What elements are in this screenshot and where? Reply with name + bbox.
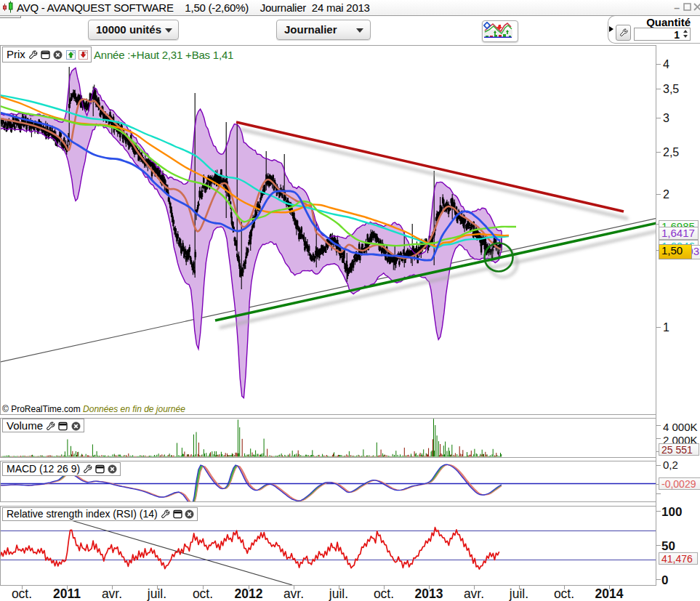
svg-text:avr.: avr. [464,586,484,601]
svg-text:juil.: juil. [329,586,348,601]
svg-text:2013: 2013 [415,586,443,601]
svg-text:juil.: juil. [147,586,166,601]
svg-text:oct.: oct. [554,586,574,601]
svg-text:100: 100 [661,505,682,519]
svg-text:avr.: avr. [102,586,122,601]
svg-text:2011: 2011 [53,586,81,601]
svg-text:4: 4 [663,58,669,70]
svg-text:1: 1 [663,321,669,334]
svg-text:0: 0 [661,573,668,587]
svg-text:2: 2 [663,188,669,201]
svg-text:oct.: oct. [193,586,213,601]
svg-text:3: 3 [663,112,669,124]
svg-text:avr.: avr. [283,586,304,601]
svg-text:0,2: 0,2 [663,459,678,471]
svg-text:2012: 2012 [235,586,263,601]
svg-text:oct.: oct. [12,586,32,601]
svg-text:2,5: 2,5 [663,146,679,158]
svg-text:oct.: oct. [374,586,394,601]
svg-text:2014: 2014 [595,586,624,601]
svg-text:50: 50 [661,539,675,553]
svg-text:juil.: juil. [509,586,528,601]
svg-text:3,5: 3,5 [663,83,679,95]
svg-text:4 000K: 4 000K [663,421,698,433]
